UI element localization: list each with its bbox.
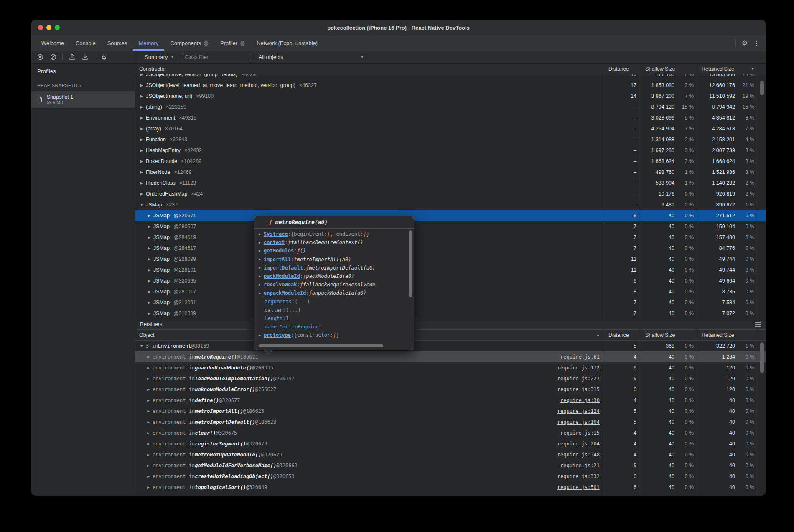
expand-closed-icon[interactable]: ▶	[147, 268, 152, 272]
source-link[interactable]: require.js:15	[560, 430, 604, 436]
expand-closed-icon[interactable]: ▶	[147, 214, 152, 218]
tab-memory[interactable]: Memory	[133, 36, 164, 51]
objects-scope-select[interactable]: All objects ▼	[259, 54, 364, 60]
clear-profiles-icon[interactable]	[49, 53, 57, 61]
zoom-window-button[interactable]	[55, 25, 60, 30]
column-header-distance[interactable]: Distance	[604, 330, 641, 340]
expand-closed-icon[interactable]: ▶	[139, 83, 144, 87]
expand-closed-icon[interactable]: ▶	[146, 377, 151, 381]
expand-closed-icon[interactable]: ▶	[259, 266, 264, 270]
expand-closed-icon[interactable]: ▶	[139, 116, 144, 120]
popup-horizontal-scrollbar[interactable]	[259, 344, 383, 347]
heap-row[interactable]: ▶JSMap@3206716400 %271 5120 %	[135, 210, 766, 221]
heap-row[interactable]: ▶JSObject(name, url)×99180143 967 2007 %…	[135, 91, 766, 102]
source-link[interactable]: require.js:332	[557, 473, 604, 479]
retainer-row[interactable]: ▶environment in define() @320677require.…	[135, 395, 766, 406]
column-header-distance[interactable]: Distance	[604, 64, 641, 74]
popup-property-row[interactable]: name: "metroRequire"	[254, 323, 414, 331]
retainer-row[interactable]: ▶environment in getModuleIdForVerboseNam…	[135, 460, 766, 471]
heap-row[interactable]: ▶BoxedDouble×104289–1 668 6243 %1 668 62…	[135, 156, 766, 167]
heap-row[interactable]: ▶HiddenClass×11123–533 9041 %1 140 2322 …	[135, 178, 766, 188]
load-profile-icon[interactable]	[81, 53, 89, 61]
source-link[interactable]: require.js:204	[557, 441, 604, 447]
popup-property-row[interactable]: ▶resolveWeak: ƒ fallbackRequireResolveWe	[254, 280, 414, 289]
source-link[interactable]: require.js:348	[557, 452, 604, 458]
heap-row[interactable]: ▶JSMap@2846197400 %157 4800 %	[135, 232, 766, 243]
expand-closed-icon[interactable]: ▶	[139, 181, 144, 185]
column-header-shallow-size[interactable]: Shallow Size	[641, 330, 697, 340]
expand-closed-icon[interactable]: ▶	[139, 127, 144, 131]
expand-closed-icon[interactable]: ▶	[146, 463, 151, 468]
heap-row[interactable]: ▼JSMap×237–9 4800 %896 6721 %	[135, 199, 766, 210]
popup-property-row[interactable]: ▶importAll: ƒ metroImportAll(a0)	[254, 255, 414, 264]
heap-row[interactable]: ▶JSObject(move, version_group_details)×4…	[135, 74, 766, 80]
retainer-row[interactable]: ▶environment in metroImportAll() @186625…	[135, 406, 766, 417]
heap-row[interactable]: ▶(string)×223159–8 794 12015 %8 794 9421…	[135, 102, 766, 112]
expand-closed-icon[interactable]: ▶	[147, 257, 152, 261]
column-header-retained-size[interactable]: Retained Size	[697, 330, 758, 340]
tab-profiler[interactable]: Profiler	[214, 36, 251, 51]
heap-row[interactable]: ▶JSMap@3120897400 %7 0720 %	[135, 308, 766, 319]
expand-closed-icon[interactable]: ▶	[147, 300, 152, 305]
retainer-row[interactable]: ▶environment in metroHotUpdateModule() @…	[135, 449, 766, 460]
source-link[interactable]: require.js:21	[560, 463, 604, 468]
expand-closed-icon[interactable]: ▶	[139, 170, 144, 174]
expand-closed-icon[interactable]: ▶	[139, 105, 144, 109]
heap-row[interactable]: ▶FiberNode×12469–498 7601 %1 521 9363 %	[135, 167, 766, 178]
expand-open-icon[interactable]: ▼	[139, 344, 144, 348]
popup-property-row[interactable]: length: 1	[254, 314, 414, 323]
expand-closed-icon[interactable]: ▶	[139, 94, 144, 98]
expand-closed-icon[interactable]: ▶	[146, 442, 151, 446]
more-menu-icon[interactable]: ⋮	[753, 40, 760, 46]
source-link[interactable]: require.js:30	[560, 397, 604, 403]
expand-closed-icon[interactable]: ▶	[146, 420, 151, 424]
source-link[interactable]: require.js:501	[557, 484, 604, 490]
gear-icon[interactable]: ⚙	[742, 40, 748, 46]
expand-closed-icon[interactable]: ▶	[139, 159, 144, 163]
retainer-row[interactable]: ▶environment in registerSegment() @32067…	[135, 438, 766, 449]
source-link[interactable]: require.js:61	[560, 354, 604, 360]
heap-row[interactable]: ▶HashMapEntry×42432–1 697 2803 %2 007 73…	[135, 145, 766, 156]
popup-property-row[interactable]: ▶packModuleId: ƒ packModuleId(a0)	[254, 272, 414, 280]
retainer-row[interactable]: ▼3 in Environment @8816953680 %322 7201 …	[135, 341, 766, 351]
record-heap-icon[interactable]	[36, 53, 44, 61]
source-link[interactable]: require.js:227	[557, 376, 604, 382]
expand-closed-icon[interactable]: ▶	[139, 137, 144, 142]
heap-row[interactable]: ▶JSMap@2846177400 %84 7760 %	[135, 243, 766, 254]
expand-closed-icon[interactable]: ▶	[146, 485, 151, 489]
retainer-row[interactable]: ▶environment in unknownModuleError() @25…	[135, 384, 766, 395]
expand-closed-icon[interactable]: ▶	[139, 192, 144, 196]
source-link[interactable]: require.js:315	[557, 387, 604, 392]
source-link[interactable]: require.js:124	[557, 408, 604, 414]
tab-sources[interactable]: Sources	[102, 36, 133, 51]
column-header-constructor[interactable]: Constructor	[135, 64, 604, 74]
heap-row[interactable]: ▶OrderedHashMap×424–10 1760 %926 8192 %	[135, 188, 766, 199]
heap-row[interactable]: ▶(array)×70164–4 264 9047 %4 284 5187 %	[135, 123, 766, 134]
sidebar-item-snapshot-1[interactable]: Snapshot 1 59.9 MB	[31, 91, 135, 108]
collect-garbage-icon[interactable]	[100, 53, 107, 61]
popup-property-row[interactable]: ▶prototype: {constructor: ƒ}	[254, 331, 414, 339]
popup-property-row[interactable]: ▶Systrace: {beginEvent: ƒ, endEvent: ƒ}	[254, 230, 414, 238]
retainer-row[interactable]: ▶environment in clear() @320675require.j…	[135, 428, 766, 438]
source-link[interactable]: require.js:530	[557, 495, 604, 496]
save-profile-icon[interactable]	[68, 53, 76, 61]
expand-closed-icon[interactable]: ▶	[147, 224, 152, 229]
heap-row[interactable]: ▶JSMap@2805077400 %159 1040 %	[135, 221, 766, 232]
expand-closed-icon[interactable]: ▶	[146, 409, 151, 413]
heap-row[interactable]: ▶Function×32843–1 314 0882 %2 158 2014 %	[135, 134, 766, 145]
popup-property-row[interactable]: ▶context: ƒ fallbackRequireContext()	[254, 238, 414, 247]
expand-closed-icon[interactable]: ▶	[146, 474, 151, 479]
retainer-row[interactable]: ▶environment in metroImportDefault() @18…	[135, 417, 766, 428]
expand-closed-icon[interactable]: ▶	[139, 74, 144, 76]
expand-open-icon[interactable]: ▼	[139, 203, 144, 207]
retainer-row[interactable]: ▶environment in metroRequire() @186621re…	[135, 351, 766, 362]
heap-row[interactable]: ▶JSMap@22810111400 %49 7440 %	[135, 265, 766, 275]
expand-closed-icon[interactable]: ▶	[259, 283, 264, 287]
retainer-row[interactable]: ▶environment in guardedLoadModule() @260…	[135, 362, 766, 373]
expand-closed-icon[interactable]: ▶	[146, 431, 151, 435]
expand-closed-icon[interactable]: ▶	[146, 387, 151, 392]
popup-property-row[interactable]: arguments: (...)	[254, 298, 414, 306]
vertical-scrollbar[interactable]	[760, 342, 764, 373]
expand-closed-icon[interactable]: ▶	[147, 311, 152, 316]
source-link[interactable]: require.js:104	[557, 419, 604, 425]
